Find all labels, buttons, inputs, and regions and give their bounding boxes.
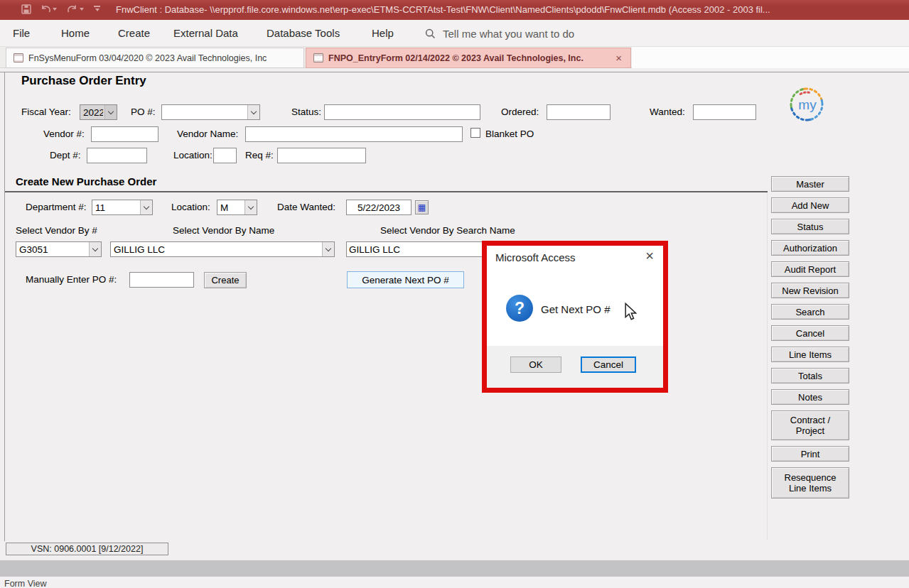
totals-button[interactable]: Totals [771, 368, 849, 383]
section-title: Create New Purchase Order [16, 175, 156, 187]
section-divider [5, 191, 768, 192]
location-input[interactable] [213, 148, 237, 163]
form-icon [14, 53, 23, 62]
chevron-down-icon [104, 105, 117, 119]
master-button[interactable]: Master [771, 176, 849, 192]
ok-button[interactable]: OK [510, 356, 561, 373]
location-label: Location: [173, 150, 213, 160]
customize-qat-icon[interactable] [94, 6, 100, 11]
redo-icon[interactable] [67, 4, 84, 14]
fiscal-year-select[interactable]: 2022 [80, 104, 117, 120]
search-icon [425, 28, 436, 39]
status-input[interactable] [324, 104, 480, 120]
manual-po-label: Manually Enter PO #: [26, 274, 117, 285]
search-button[interactable]: Search [771, 304, 849, 320]
create-button[interactable]: Create [204, 272, 247, 288]
vendor-by-name-value: GILLIG LLC [114, 244, 321, 255]
cancel-button[interactable]: Cancel [771, 325, 849, 341]
section-location-value: M [220, 202, 243, 213]
status-bar: Form View [0, 577, 909, 588]
chevron-down-icon [247, 105, 259, 119]
authorization-button[interactable]: Authorization [771, 240, 849, 256]
blanket-po-checkbox[interactable] [470, 128, 480, 138]
wanted-label: Wanted: [650, 107, 685, 117]
manual-po-input[interactable] [129, 272, 194, 288]
line-items-button[interactable]: Line Items [771, 347, 849, 362]
blanket-po-label: Blanket PO [485, 129, 534, 139]
ribbon-bar: File Home Create External Data Database … [0, 20, 909, 47]
generate-next-po-button[interactable]: Generate Next PO # [347, 271, 464, 288]
ribbon-tab-external-data[interactable]: External Data [173, 20, 238, 47]
status-label: Status: [291, 107, 321, 117]
ordered-label: Ordered: [501, 107, 539, 117]
access-window: FnwClient : Database- \\erpprof.file.cor… [0, 0, 909, 588]
chevron-down-icon [140, 200, 152, 214]
department-value: 11 [95, 202, 139, 213]
dialog-message: Get Next PO # [541, 303, 611, 315]
vendor-by-search-input[interactable] [346, 241, 485, 257]
view-mode-label: Form View [4, 579, 47, 588]
chevron-down-icon [89, 242, 101, 256]
ribbon-tab-file[interactable]: File [13, 20, 30, 47]
vsn-label: VSN: 0906.0001 [9/12/2022] [6, 543, 168, 555]
ordered-input[interactable] [547, 104, 611, 120]
tab-fnpo-entryform-label: FNPO_EntryForm 02/14/2022 © 2023 Avail T… [328, 53, 583, 63]
section-right-divider [767, 192, 768, 540]
select-by-number-label: Select Vendor By # [16, 225, 97, 236]
status-button[interactable]: Status [771, 219, 849, 234]
chevron-down-icon [322, 242, 334, 256]
po-number-select[interactable] [161, 104, 260, 120]
title-bar: FnwClient : Database- \\erpprof.file.cor… [0, 0, 909, 20]
section-location-select[interactable]: M [217, 200, 257, 215]
dialog-close-icon[interactable]: × [640, 247, 659, 264]
resequence-line-items-button[interactable]: Resequence Line Items [771, 467, 849, 499]
redo-dropdown-icon[interactable] [80, 8, 84, 11]
undo-icon[interactable] [40, 4, 57, 14]
po-number-label: PO #: [131, 107, 156, 117]
vendor-name-label: Vendor Name: [177, 129, 238, 139]
page-title: Purchase Order Entry [21, 74, 146, 88]
bottom-scrollbar[interactable] [0, 560, 909, 577]
vendor-by-number-value: G3051 [19, 244, 87, 255]
vendor-by-name-select[interactable]: GILLIG LLC [110, 241, 335, 257]
date-wanted-input[interactable] [346, 200, 412, 215]
undo-dropdown-icon[interactable] [53, 8, 57, 11]
ribbon-tab-help[interactable]: Help [372, 20, 394, 47]
add-new-button[interactable]: Add New [771, 197, 849, 213]
wanted-input[interactable] [693, 104, 756, 120]
chevron-down-icon [244, 200, 257, 214]
ribbon-tab-home[interactable]: Home [61, 20, 90, 47]
vendor-number-input[interactable] [91, 126, 158, 142]
mouse-cursor-icon [624, 303, 637, 324]
vendor-number-label: Vendor #: [43, 129, 85, 139]
tab-fnpo-entryform[interactable]: FNPO_EntryForm 02/14/2022 © 2023 Avail T… [306, 48, 631, 68]
fiscal-year-label: Fiscal Year: [21, 107, 71, 117]
new-revision-button[interactable]: New Revision [771, 283, 849, 298]
tab-fnsysmenuform-label: FnSysMenuForm 03/04/2020 © 2023 Avail Te… [28, 53, 267, 63]
contract-project-button[interactable]: Contract / Project [771, 410, 849, 440]
print-button[interactable]: Print [771, 446, 849, 462]
tab-fnsysmenuform[interactable]: FnSysMenuForm 03/04/2020 © 2023 Avail Te… [6, 48, 304, 68]
ribbon-tab-database-tools[interactable]: Database Tools [267, 20, 340, 47]
vendor-name-input[interactable] [245, 126, 463, 142]
form-icon [313, 53, 323, 62]
tell-me-search[interactable]: Tell me what you want to do [425, 20, 574, 47]
notes-button[interactable]: Notes [771, 389, 849, 405]
audit-report-button[interactable]: Audit Report [771, 261, 849, 277]
tell-me-label: Tell me what you want to do [443, 28, 574, 40]
dialog-cancel-button[interactable]: Cancel [581, 356, 636, 373]
date-picker-button[interactable]: ▦ [415, 200, 429, 214]
dept-input[interactable] [87, 148, 147, 163]
question-mark-icon: ? [506, 295, 533, 322]
tab-bar-empty-area [632, 47, 909, 68]
ribbon-tab-create[interactable]: Create [118, 20, 150, 47]
form-left-border [4, 72, 5, 541]
req-input[interactable] [277, 148, 366, 163]
vendor-by-number-select[interactable]: G3051 [16, 241, 102, 257]
department-select[interactable]: 11 [92, 200, 153, 215]
department-label: Department #: [26, 202, 87, 212]
tab-close-icon[interactable]: × [614, 53, 623, 62]
message-dialog: Microsoft Access × ? Get Next PO # OK Ca… [482, 241, 668, 393]
save-icon[interactable] [21, 4, 31, 14]
req-label: Req #: [245, 150, 274, 160]
